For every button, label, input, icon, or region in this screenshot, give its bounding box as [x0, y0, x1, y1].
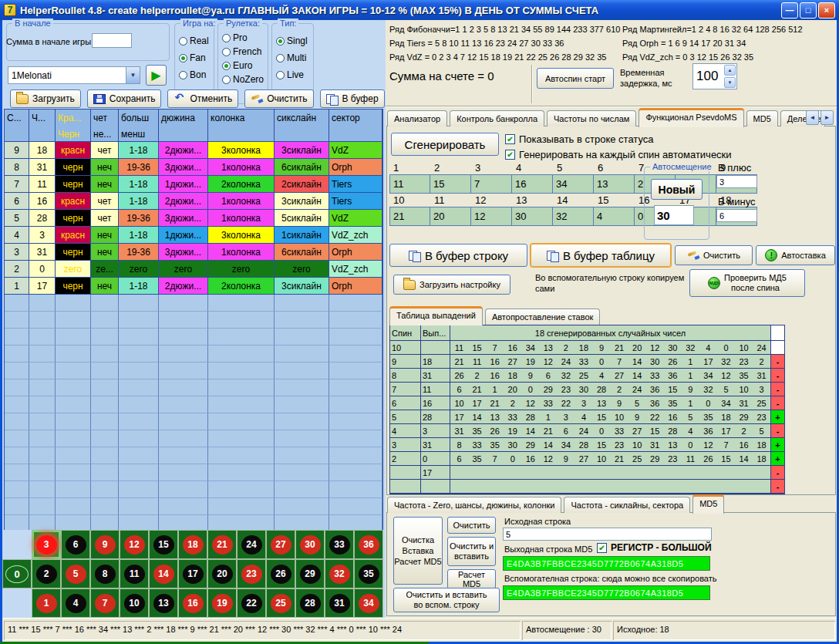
autoshift-input[interactable] [654, 205, 694, 225]
md5-clear-insert-aux-button[interactable]: Очистить и вставить во вспом. строку [393, 588, 500, 612]
tab-number-frequencies[interactable]: Частоты по числам [547, 110, 636, 126]
board-cell-21[interactable]: 21 [207, 530, 237, 559]
tab-analyzer[interactable]: Анализатор [387, 110, 447, 126]
tab-freq-zero-chances[interactable]: Частота - Zero, шансы, дюжины, колонки [387, 497, 561, 513]
md5-output-field[interactable]: E4DA3B7FBBCE2345D7772B0674A318D5 [503, 556, 710, 571]
source-string-input[interactable] [503, 528, 712, 541]
save-button[interactable]: Сохранить [87, 89, 162, 108]
board-cell-19[interactable]: 19 [207, 588, 237, 618]
spinner-down-button[interactable]: ▼ [724, 77, 736, 88]
copy-buffer-button[interactable]: В буфер [320, 89, 385, 108]
board-cell-3[interactable]: 3 [32, 530, 61, 559]
board-cell-18[interactable]: 18 [178, 530, 207, 559]
title-bar[interactable]: 7 HelperRoullet 4.8- create helperroulle… [0, 0, 839, 20]
board-cell-14[interactable]: 14 [149, 559, 178, 588]
show-in-status-checkbox[interactable]: ✔ Показывать в строке статуса [505, 133, 654, 145]
uppercase-checkbox[interactable]: ✔ РЕГИСТР - БОЛЬШОЙ [597, 542, 712, 553]
button-label: Отменить [190, 93, 232, 104]
radio-option[interactable]: Multi [276, 52, 311, 63]
generate-every-spin-checkbox[interactable]: ✔ Генерировать на каждый спин автоматиче… [505, 149, 732, 160]
board-cell-27[interactable]: 27 [266, 530, 295, 559]
delay-spinner[interactable]: 100 ▲ ▼ [692, 63, 737, 89]
tab-md5[interactable]: MD5 [746, 110, 778, 126]
preset-combobox[interactable]: 1Melonati ▼ [8, 66, 140, 84]
board-cell-30[interactable]: 30 [295, 530, 325, 559]
radio-option[interactable]: Fan [179, 52, 211, 63]
clear-button[interactable]: Очистить [244, 89, 313, 108]
load-settings-button[interactable]: Загрузить настройку [393, 275, 510, 295]
board-cell-7[interactable]: 7 [90, 588, 120, 618]
generated-number: 12 [646, 343, 664, 352]
board-cell-23[interactable]: 23 [237, 559, 266, 588]
board-cell-12[interactable]: 12 [120, 530, 149, 559]
radio-option[interactable]: Real [179, 35, 211, 46]
undo-button[interactable]: Отменить [167, 89, 238, 108]
board-cell-31[interactable]: 31 [325, 588, 354, 618]
board-cell-29[interactable]: 29 [295, 559, 325, 588]
generate-button[interactable]: Сгенерировать [391, 133, 499, 156]
board-cell-16[interactable]: 16 [178, 588, 207, 618]
board-cell-2[interactable]: 2 [32, 559, 61, 588]
board-cell-33[interactable]: 33 [325, 530, 354, 559]
board-cell-26[interactable]: 26 [266, 559, 295, 588]
tab-scroll-right-button[interactable]: ► [820, 110, 834, 125]
board-cell-35[interactable]: 35 [354, 559, 383, 588]
board-cell-13[interactable]: 13 [149, 588, 178, 618]
board-cell-8[interactable]: 8 [90, 559, 120, 588]
md5-calc-button[interactable]: Расчет MD5 [447, 569, 496, 589]
close-button[interactable]: × [818, 2, 835, 19]
radio-option[interactable]: French [222, 46, 265, 57]
board-cell-6[interactable]: 6 [61, 530, 90, 559]
copy-table-to-buffer-button[interactable]: В буфер таблицу [531, 244, 671, 267]
radio-option[interactable]: Live [276, 69, 311, 80]
board-cell-17[interactable]: 17 [178, 559, 207, 588]
clear-generator-button[interactable]: Очистить [675, 245, 753, 265]
start-sum-input[interactable] [92, 33, 132, 48]
board-cell-36[interactable]: 36 [354, 530, 383, 559]
combobox-dropdown-button[interactable]: ▼ [126, 67, 140, 83]
play-button[interactable]: ▶ [146, 65, 167, 86]
board-cell-28[interactable]: 28 [295, 588, 325, 618]
radio-option[interactable]: Bon [179, 69, 211, 80]
tab-psevdoms[interactable]: Функционал PsevdoMS [639, 108, 743, 127]
board-cell-20[interactable]: 20 [207, 559, 237, 588]
maximize-button[interactable]: □ [800, 2, 817, 19]
load-button[interactable]: Загрузить [10, 89, 81, 108]
tab-scroll-left-button[interactable]: ◄ [806, 110, 819, 125]
tab-spins-table[interactable]: Таблица выпадений [389, 306, 483, 325]
board-cell-34[interactable]: 34 [354, 588, 383, 618]
board-cell-1[interactable]: 1 [32, 588, 61, 618]
autospin-start-button[interactable]: Автоспин старт [537, 68, 614, 89]
tab-bankroll-control[interactable]: Контроль банкролла [450, 110, 544, 126]
radio-option[interactable]: Pro [222, 32, 265, 43]
minimize-button[interactable]: — [781, 2, 798, 19]
new-button[interactable]: Новый [651, 179, 703, 200]
board-cell-15[interactable]: 15 [149, 530, 178, 559]
board-cell-25[interactable]: 25 [266, 588, 295, 618]
aux-string-field[interactable]: E4DA3B7FBBCE2345D7772B0674A318D5 [503, 585, 710, 600]
minus-input[interactable] [716, 209, 757, 222]
tab-auto-bets[interactable]: Автопроставление ставок [485, 309, 600, 325]
spinner-up-button[interactable]: ▲ [724, 65, 736, 76]
radio-option[interactable]: NoZero [222, 74, 265, 85]
board-cell-9[interactable]: 9 [90, 530, 120, 559]
board-cell-5[interactable]: 5 [61, 559, 90, 588]
board-cell-22[interactable]: 22 [237, 588, 266, 618]
radio-option[interactable]: Singl [276, 35, 311, 46]
board-cell-32[interactable]: 32 [325, 559, 354, 588]
clear-insert-calc-md5-button[interactable]: Очистка Вставка Расчет MD5 [393, 517, 443, 585]
board-cell-4[interactable]: 4 [61, 588, 90, 618]
tab-freq-sixlines-sectors[interactable]: Частота - сиклайны, сектора [564, 497, 690, 513]
board-cell-24[interactable]: 24 [237, 530, 266, 559]
radio-option[interactable]: Euro [222, 60, 265, 71]
md5-clear-insert-button[interactable]: Очистить и вставить [447, 537, 496, 566]
check-md5-after-spin-button[interactable]: МД5 Проверить МД5 после спина [689, 269, 805, 297]
board-cell-10[interactable]: 10 [120, 588, 149, 618]
board-cell-0[interactable]: 0 [2, 559, 32, 588]
copy-row-to-buffer-button[interactable]: В буфер строку [389, 244, 527, 267]
plus-input[interactable] [716, 175, 757, 188]
md5-clear-button[interactable]: Очистить [447, 517, 496, 534]
board-cell-11[interactable]: 11 [120, 559, 149, 588]
tab-md5-bottom[interactable]: MD5 [692, 494, 724, 514]
autobet-button[interactable]: ! Автоставка [756, 245, 835, 265]
